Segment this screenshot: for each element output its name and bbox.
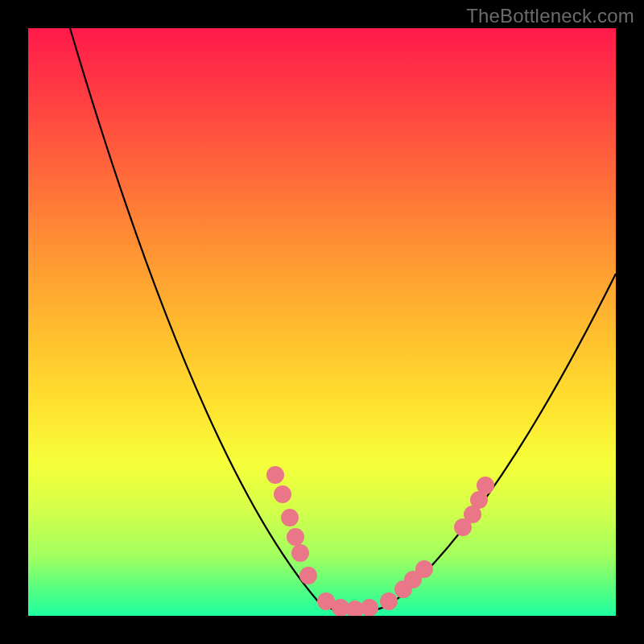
watermark-text: TheBottleneck.com — [466, 5, 634, 27]
gradient-plot-area — [28, 28, 616, 616]
chart-frame: TheBottleneck.com — [0, 0, 644, 644]
